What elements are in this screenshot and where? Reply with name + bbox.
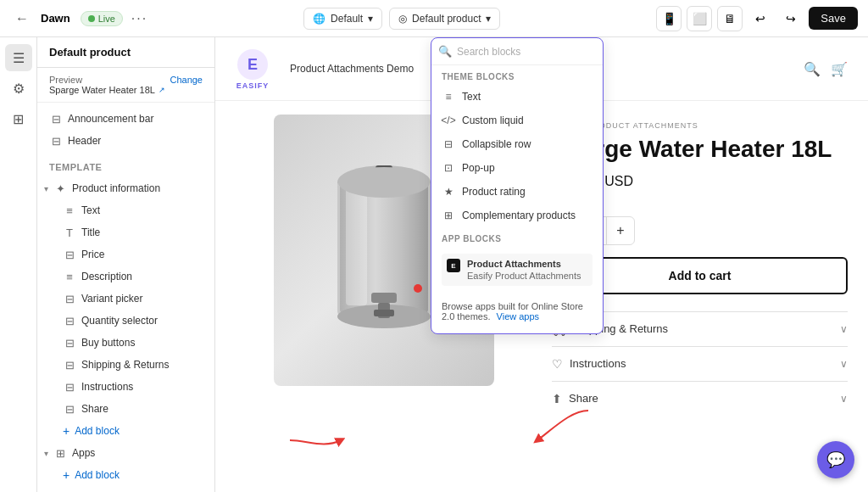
dropdown-item-custom-liquid[interactable]: </> Custom liquid [431, 109, 603, 132]
price-icon: ⊟ [63, 248, 76, 261]
svg-rect-9 [374, 310, 394, 316]
change-button[interactable]: Change [170, 75, 203, 85]
app-sub: Easify Product Attachments [467, 271, 581, 281]
dropdown-search-area: 🔍 [431, 38, 603, 65]
apps-2-header[interactable]: ▶ ⊞ Apps [37, 486, 214, 492]
accordion-share-chevron: ∨ [840, 393, 848, 405]
product-info-label: Product information [72, 182, 160, 194]
svg-point-14 [338, 167, 430, 198]
product-selector[interactable]: ◎ Default product ▾ [389, 8, 500, 30]
main-layout: ☰ ⚙ ⊞ Default product Preview Sparge Wat… [0, 0, 868, 492]
sidebar-item-share[interactable]: ⊟ Share [51, 398, 214, 420]
sidebar-item-shipping[interactable]: ⊟ Shipping & Returns [51, 354, 214, 376]
apps-1-header[interactable]: ▾ ⊞ Apps [37, 442, 214, 464]
dropdown-item-product-rating[interactable]: ★ Product rating [431, 180, 603, 204]
apps-icon-button[interactable]: ⊞ [5, 105, 32, 132]
share-label: Share [81, 403, 203, 415]
accordion-shipping-chevron: ∨ [840, 323, 848, 335]
search-blocks-input[interactable] [457, 46, 596, 58]
sections-icon-button[interactable]: ☰ [5, 44, 32, 71]
sidebar-panel: Default product Preview Sparge Water Hea… [37, 37, 215, 492]
sidebar-item-title[interactable]: T Title [51, 221, 214, 243]
add-block-label-2: Add block [75, 469, 120, 481]
app-blocks-section: E Product Attachments Easify Product Att… [431, 247, 603, 296]
undo-button[interactable]: ↩ [748, 6, 773, 31]
template-label: Template [37, 157, 214, 177]
view-apps-link[interactable]: View apps [497, 311, 540, 321]
topbar-right: 📱 ⬜ 🖥 ↩ ↪ Save [656, 6, 858, 31]
app-name: Product Attachments [467, 259, 581, 269]
dropdown-footer: Browse apps built for Online Store 2.0 t… [431, 296, 603, 327]
svg-text:E: E [248, 56, 258, 73]
tablet-preview-button[interactable]: ⬜ [687, 6, 712, 31]
sidebar-sections: ⊟ Announcement bar ⊟ Header [37, 103, 214, 157]
add-block-label-1: Add block [75, 425, 120, 437]
cart-nav-icon[interactable]: 🛒 [831, 61, 848, 77]
sidebar-item-buy-buttons[interactable]: ⊟ Buy buttons [51, 332, 214, 354]
app-blocks-label: APP BLOCKS [431, 227, 603, 247]
add-block-button-1[interactable]: + Add block [51, 420, 214, 442]
sidebar-item-variant-picker[interactable]: ⊟ Variant picker [51, 288, 214, 310]
variant-icon: ⊟ [63, 292, 76, 305]
redo-button[interactable]: ↪ [778, 6, 804, 31]
sidebar-item-announcement[interactable]: ⊟ Announcement bar [37, 108, 214, 130]
nav-link-attachments[interactable]: Product Attachments Demo [290, 63, 414, 75]
sidebar-header: Default product [37, 37, 214, 68]
theme-label: Default [331, 13, 363, 25]
preview-value: Sparge Water Heater 18L ↗ [49, 85, 165, 95]
more-button[interactable]: ··· [131, 11, 147, 26]
text-icon: ≡ [63, 204, 76, 217]
quantity-icon: ⊟ [63, 314, 76, 327]
desktop-preview-button[interactable]: 🖥 [717, 6, 743, 31]
dropdown-search-icon: 🔍 [438, 45, 452, 58]
product-info-header[interactable]: ▾ ✦ Product information [37, 177, 214, 199]
dropdown-item-collapsible[interactable]: ⊟ Collapsible row [431, 132, 603, 156]
apps-group-1: ▾ ⊞ Apps + Add block [37, 442, 214, 486]
custom-liquid-label: Custom liquid [462, 115, 524, 126]
text-block-icon: ≡ [442, 90, 455, 103]
instructions-accordion-text: Instructions [570, 357, 626, 370]
popup-icon: ⊡ [442, 161, 455, 175]
preview-label: Preview [49, 75, 165, 85]
sidebar-item-instructions[interactable]: ⊟ Instructions [51, 376, 214, 398]
sidebar-item-description[interactable]: ≡ Description [51, 266, 214, 288]
complementary-label: Complementary products [462, 210, 576, 221]
theme-selector[interactable]: 🌐 Default ▾ [303, 8, 382, 30]
plus-icon-1: + [63, 424, 70, 438]
mobile-preview-button[interactable]: 📱 [656, 6, 682, 31]
header-icon: ⊟ [49, 134, 63, 148]
plus-icon-2: + [63, 468, 70, 482]
instructions-icon: ⊟ [63, 380, 76, 394]
sidebar-item-header[interactable]: ⊟ Header [37, 130, 214, 152]
complementary-icon: ⊞ [442, 209, 455, 222]
sidebar-item-price[interactable]: ⊟ Price [51, 243, 214, 266]
dropdown-item-complementary[interactable]: ⊞ Complementary products [431, 204, 603, 227]
product-attachments-item[interactable]: E Product Attachments Easify Product Att… [442, 254, 593, 286]
save-button[interactable]: Save [809, 7, 858, 30]
store-name: Dawn [41, 12, 70, 25]
sidebar-item-text[interactable]: ≡ Text [51, 199, 214, 221]
search-blocks-dropdown: 🔍 THEME BLOCKS ≡ Text </> Custom liquid … [431, 37, 604, 334]
svg-rect-5 [346, 187, 367, 305]
back-button[interactable]: ← [10, 7, 34, 31]
quantity-increase[interactable]: + [607, 217, 634, 244]
rating-icon: ★ [442, 185, 455, 198]
custom-liquid-icon: </> [442, 114, 455, 127]
accordion-instructions[interactable]: ♡ Instructions ∨ [552, 346, 848, 381]
product-icon: ◎ [398, 13, 407, 25]
dropdown-item-text[interactable]: ≡ Text [431, 85, 603, 109]
product-information-group: ▾ ✦ Product information ≡ Text T Title ⊟… [37, 177, 214, 442]
header-label: Header [68, 135, 203, 147]
topbar-center: 🌐 Default ▾ ◎ Default product ▾ [154, 8, 649, 30]
buy-icon: ⊟ [63, 336, 76, 349]
sidebar-item-quantity-selector[interactable]: ⊟ Quantity selector [51, 310, 214, 332]
settings-icon-button[interactable]: ⚙ [5, 75, 32, 102]
text-block-label: Text [462, 91, 481, 103]
topbar: ← Dawn Live ··· 🌐 Default ▾ ◎ Default pr… [0, 0, 868, 37]
search-nav-icon[interactable]: 🔍 [804, 61, 821, 77]
dropdown-item-popup[interactable]: ⊡ Pop-up [431, 156, 603, 180]
logo-svg: E [236, 48, 270, 81]
add-block-button-2[interactable]: + Add block [51, 464, 214, 486]
chat-bubble[interactable]: 💬 [817, 441, 854, 478]
title-icon: T [63, 226, 76, 239]
